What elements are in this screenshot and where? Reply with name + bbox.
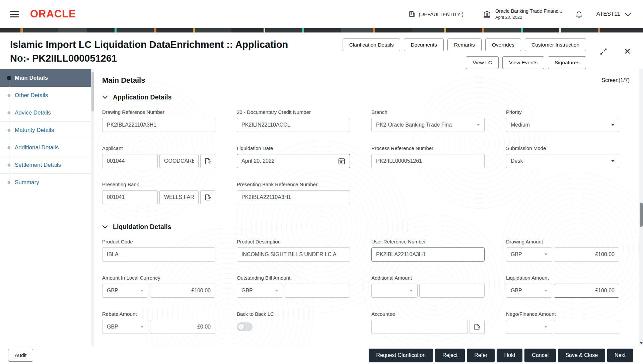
local-amount-currency-select[interactable]: GBP [102,284,148,298]
clarification-details-button[interactable]: Clarification Details [343,39,401,51]
liquidation-details-toggle[interactable]: Liquidation Details [102,223,630,231]
liquidation-date-input[interactable] [237,154,350,168]
text-input[interactable] [107,158,153,164]
application-details-toggle[interactable]: Application Details [102,93,630,101]
accountee-input[interactable] [371,320,468,334]
text-input[interactable] [376,324,463,330]
text-input[interactable] [241,194,345,200]
additional-amount-currency-select[interactable] [371,284,418,298]
amount-input[interactable] [155,324,211,330]
hamburger-menu-icon[interactable] [9,10,20,19]
nego-amount-input[interactable] [554,320,619,334]
applicant-code-input[interactable] [102,154,158,168]
presenting-bank-lookup-button[interactable] [200,190,215,204]
branch-selector[interactable]: Oracle Banking Trade Financ... April 20,… [483,8,562,20]
text-input[interactable] [241,122,345,128]
screen-indicator: Screen(1/7) [601,77,630,83]
amount-input[interactable] [155,288,211,294]
vertical-scrollbar[interactable] [639,69,643,346]
user-reference-input[interactable] [371,247,485,262]
amount-input[interactable] [559,288,615,294]
sidebar-item-other-details[interactable]: Other Details [0,87,91,104]
drawing-amount-input[interactable] [554,247,619,262]
refer-button[interactable]: Refer [467,349,495,362]
remarks-button[interactable]: Remarks [447,39,482,51]
overrides-button[interactable]: Overrides [485,39,521,51]
text-input[interactable] [164,158,194,164]
rebate-amount-input[interactable] [150,320,215,334]
amount-input[interactable] [559,251,615,258]
sidebar-item-main-details[interactable]: Main Details [0,69,91,87]
text-input[interactable] [164,194,194,200]
calendar-icon[interactable] [338,157,345,165]
applicant-name-input[interactable] [159,154,199,168]
audit-button[interactable]: Audit [8,349,33,362]
sidebar-item-label: Settlement Details [15,162,61,168]
sidebar-item-additional-details[interactable]: Additional Details [0,139,91,156]
save-close-button[interactable]: Save & Close [558,349,605,362]
expand-button[interactable] [599,47,608,56]
inner-scrollbar-thumb[interactable] [91,72,94,112]
entity-selector[interactable]: (DEFAULTENTITY ) [409,11,463,17]
text-input[interactable] [376,158,480,164]
sidebar-item-advice-details[interactable]: Advice Details [0,104,91,122]
priority-select[interactable]: Medium [506,118,619,132]
view-lc-button[interactable]: View LC [466,56,498,69]
scroll-down-arrow[interactable] [640,342,643,344]
scrollbar-thumb[interactable] [640,203,643,227]
text-input[interactable] [107,122,211,128]
field-user-reference-number: User Reference Number [371,239,485,262]
product-code-input[interactable] [102,247,215,262]
product-description-input[interactable] [237,247,350,262]
rebate-amount-currency-select[interactable]: GBP [102,320,148,334]
user-menu[interactable]: ATEST11 [596,11,632,17]
field-label: Back to Back LC [237,311,350,317]
outstanding-amount-currency-select[interactable]: GBP [237,284,283,298]
nego-amount-currency-select[interactable] [506,320,552,334]
signatures-button[interactable]: Signatures [548,56,586,69]
view-events-button[interactable]: View Events [502,56,544,69]
documentary-credit-input[interactable] [237,118,350,132]
sidebar-item-maturity-details[interactable]: Maturity Details [0,122,91,139]
page-title-line1: Islamic Import LC Liquidation DataEnrich… [10,38,338,52]
outstanding-amount-input[interactable] [285,284,350,298]
date-input[interactable] [241,158,335,164]
cancel-button[interactable]: Cancel [524,349,556,362]
documents-button[interactable]: Documents [404,39,443,51]
presenting-bank-code-input[interactable] [102,190,158,204]
local-amount-input[interactable] [150,284,215,298]
accountee-lookup-button[interactable] [470,320,485,334]
process-reference-input[interactable] [371,154,485,168]
sidebar-item-summary[interactable]: Summary [0,174,91,191]
close-button[interactable]: ✕ [623,47,632,56]
request-clarification-button[interactable]: Request Clarification [369,349,433,362]
field-presenting-bank-reference: Presenting Bank Reference Number [237,181,350,204]
reject-button[interactable]: Reject [435,349,465,362]
branch-select[interactable]: PK2-Oracle Banking Trade Fina [371,118,485,132]
customer-instruction-button[interactable]: Customer Instruction [525,39,586,51]
text-input[interactable] [376,251,480,258]
chevron-down-icon [477,124,480,126]
applicant-lookup-button[interactable] [200,154,215,168]
presenting-bank-reference-input[interactable] [237,190,350,204]
additional-amount-input[interactable] [419,284,485,298]
field-drawing-reference-number: Drawing Reference Number [102,109,215,132]
sidebar-item-settlement-details[interactable]: Settlement Details [0,156,91,174]
amount-input[interactable] [289,288,345,294]
next-button[interactable]: Next [607,349,633,362]
notifications-button[interactable] [574,9,584,19]
inner-scrollbar[interactable] [91,69,94,346]
back-to-back-toggle[interactable] [237,322,253,331]
liquidation-amount-currency-select[interactable]: GBP [506,284,552,298]
amount-input[interactable] [424,288,480,294]
liquidation-amount-input[interactable] [554,284,619,298]
hold-button[interactable]: Hold [497,349,522,362]
submission-mode-select[interactable]: Desk [506,154,619,168]
text-input[interactable] [107,251,211,258]
drawing-amount-currency-select[interactable]: GBP [506,247,552,262]
amount-input[interactable] [559,324,615,330]
presenting-bank-name-input[interactable] [159,190,199,204]
text-input[interactable] [107,194,153,200]
text-input[interactable] [241,251,345,258]
drawing-reference-input[interactable] [102,118,215,132]
